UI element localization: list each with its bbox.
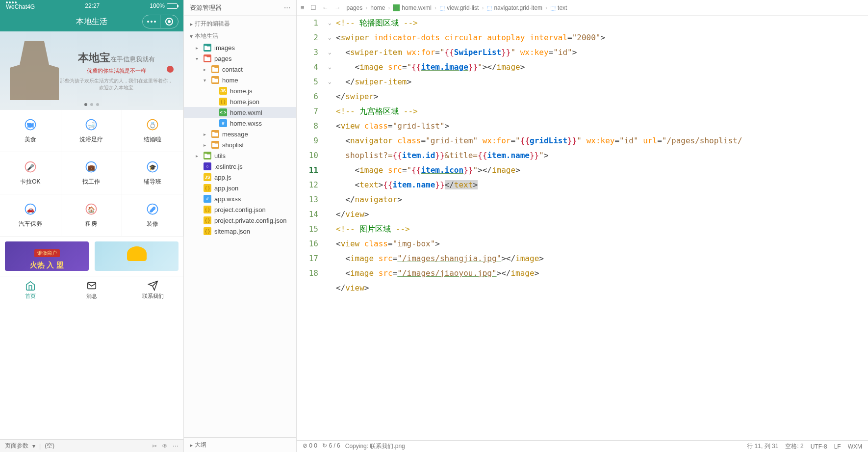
sim-time: 22:27 xyxy=(85,2,100,9)
grid-item-0[interactable]: 🍽美食 xyxy=(0,110,61,152)
svg-text:🖌: 🖌 xyxy=(150,206,155,213)
tree-item-contact[interactable]: ▸contact xyxy=(184,64,296,75)
promo-image-2[interactable] xyxy=(95,241,179,271)
svg-text:🏠: 🏠 xyxy=(88,206,95,213)
breadcrumb-item-2[interactable]: ‹›home.wxml xyxy=(393,4,432,11)
breadcrumb-item-3[interactable]: ⬚view.grid-list xyxy=(439,4,479,11)
capsule-close-icon[interactable] xyxy=(160,15,178,28)
grid-item-6[interactable]: 🚗汽车保养 xyxy=(0,194,61,237)
project-section[interactable]: ▾本地生活 xyxy=(184,30,296,42)
sim-status-bar: WeChat4G 22:27 100% xyxy=(0,0,183,12)
grid-item-1[interactable]: 🛁洗浴足疗 xyxy=(61,110,123,152)
open-editors-section[interactable]: ▸打开的编辑器 xyxy=(184,18,296,30)
status-eol[interactable]: LF xyxy=(834,443,841,450)
simulator-panel: WeChat4G 22:27 100% 本地生活 本地宝在手信息我就有 优质的你… xyxy=(0,0,184,452)
grid-list: 🍽美食🛁洗浴足疗💍结婚啦🎤卡拉OK💼找工作🎓辅导班🚗汽车保养🏠租房🖌装修 xyxy=(0,110,183,237)
outline-section[interactable]: ▸大纲 xyxy=(184,437,296,452)
tree-item-message[interactable]: ▸message xyxy=(184,129,296,139)
img-box: 谁做商户 火热 入 盟 xyxy=(0,237,183,276)
capsule-buttons[interactable] xyxy=(142,15,179,28)
breadcrumb-item-1[interactable]: home xyxy=(370,4,385,11)
status-lang[interactable]: WXM xyxy=(848,443,862,450)
editor-area: ≡ ☐ ← → pages›home›‹›home.wxml›⬚view.gri… xyxy=(297,0,868,452)
tree-item-home.json[interactable]: { }home.json xyxy=(184,96,296,107)
grid-item-7[interactable]: 🏠租房 xyxy=(61,194,123,237)
tab-bar: 首页消息联系我们 xyxy=(0,276,183,303)
tree-item-utils[interactable]: ▸utils xyxy=(184,150,296,161)
svg-text:🍽: 🍽 xyxy=(27,122,33,128)
nav-back-icon[interactable]: ← xyxy=(322,4,329,11)
cut-icon[interactable]: ✂ xyxy=(152,443,157,450)
status-progress[interactable]: ↻ 6 / 6 xyxy=(322,442,340,451)
svg-text:💍: 💍 xyxy=(149,122,156,129)
svg-text:🎓: 🎓 xyxy=(149,164,156,171)
breadcrumb-item-4[interactable]: ⬚navigator.grid-item xyxy=(486,4,542,11)
simulator-footer: 页面参数▾| (空) ✂ 👁 ⋯ xyxy=(0,439,183,452)
breadcrumb-item-5[interactable]: ⬚text xyxy=(550,4,567,11)
editor-tab-bar: ≡ ☐ ← → pages›home›‹›home.wxml›⬚view.gri… xyxy=(297,0,868,16)
status-copying: Copying: 联系我们.png xyxy=(345,442,405,451)
more-icon[interactable]: ⋯ xyxy=(173,443,179,450)
grid-item-4[interactable]: 💼找工作 xyxy=(61,152,123,194)
tree-item-project.private.config.json[interactable]: { }project.private.config.json xyxy=(184,215,296,226)
status-encoding[interactable]: UTF-8 xyxy=(811,443,827,450)
tree-item-home.js[interactable]: JShome.js xyxy=(184,85,296,96)
tree-item-sitemap.json[interactable]: { }sitemap.json xyxy=(184,226,296,237)
tabbar-item-2[interactable]: 联系我们 xyxy=(122,276,183,303)
status-position[interactable]: 行 11, 列 31 xyxy=(747,442,778,451)
breadcrumb-item-0[interactable]: pages xyxy=(347,4,363,11)
svg-text:🛁: 🛁 xyxy=(88,122,95,129)
menu-icon[interactable]: ≡ xyxy=(301,4,305,11)
capsule-menu-icon[interactable] xyxy=(143,15,160,28)
tree-item-pages[interactable]: ▾pages xyxy=(184,53,296,64)
tree-item-app.js[interactable]: JSapp.js xyxy=(184,172,296,183)
tree-item-.eslintrc.js[interactable]: ○.eslintrc.js xyxy=(184,161,296,172)
sim-nav-bar: 本地生活 xyxy=(0,12,183,31)
nav-forward-icon[interactable]: → xyxy=(334,4,341,11)
promo-image-1[interactable]: 谁做商户 火热 入 盟 xyxy=(5,241,89,271)
status-spaces[interactable]: 空格: 2 xyxy=(785,442,803,451)
explorer-title: 资源管理器 xyxy=(190,3,222,12)
tree-item-home.wxss[interactable]: #home.wxss xyxy=(184,118,296,129)
swiper[interactable]: 本地宝在手信息我就有 优质的你生活就是不一样 那些为孩子欢乐生活方式的人，我们在… xyxy=(0,31,183,110)
breadcrumb[interactable]: pages›home›‹›home.wxml›⬚view.grid-list›⬚… xyxy=(347,4,567,11)
svg-text:🎤: 🎤 xyxy=(26,164,34,171)
eye-icon[interactable]: 👁 xyxy=(162,443,168,450)
tree-item-images[interactable]: ▸images xyxy=(184,42,296,53)
explorer-panel: 资源管理器 ⋯ ▸打开的编辑器 ▾本地生活 ▸images▾pages▸cont… xyxy=(184,0,297,452)
grid-item-2[interactable]: 💍结婚啦 xyxy=(122,110,183,152)
swiper-image xyxy=(10,41,59,100)
grid-item-3[interactable]: 🎤卡拉OK xyxy=(0,152,61,194)
explorer-more-icon[interactable]: ⋯ xyxy=(284,4,290,11)
tree-item-project.config.json[interactable]: { }project.config.json xyxy=(184,204,296,215)
tree-item-shoplist[interactable]: ▸shoplist xyxy=(184,139,296,150)
tree-item-app.wxss[interactable]: #app.wxss xyxy=(184,193,296,204)
grid-item-5[interactable]: 🎓辅导班 xyxy=(122,152,183,194)
code-editor[interactable]: 123456789101112131415161718 ⌄⌄⌄⌄⌄ <!-- 轮… xyxy=(297,16,868,440)
tabbar-item-1[interactable]: 消息 xyxy=(61,276,123,303)
tree-item-app.json[interactable]: { }app.json xyxy=(184,183,296,193)
svg-text:🚗: 🚗 xyxy=(26,206,34,213)
status-problems[interactable]: ⊘ 0 0 xyxy=(303,442,317,451)
tabbar-item-0[interactable]: 首页 xyxy=(0,276,61,303)
grid-item-8[interactable]: 🖌装修 xyxy=(122,194,183,237)
bookmark-icon[interactable]: ☐ xyxy=(310,4,316,11)
tree-item-home[interactable]: ▾home xyxy=(184,75,296,85)
status-bar: ⊘ 0 0 ↻ 6 / 6 Copying: 联系我们.png 行 11, 列 … xyxy=(297,440,868,452)
svg-text:💼: 💼 xyxy=(88,164,95,171)
tree-item-home.wxml[interactable]: < >home.wxml xyxy=(184,107,296,118)
sim-title: 本地生活 xyxy=(76,17,107,27)
